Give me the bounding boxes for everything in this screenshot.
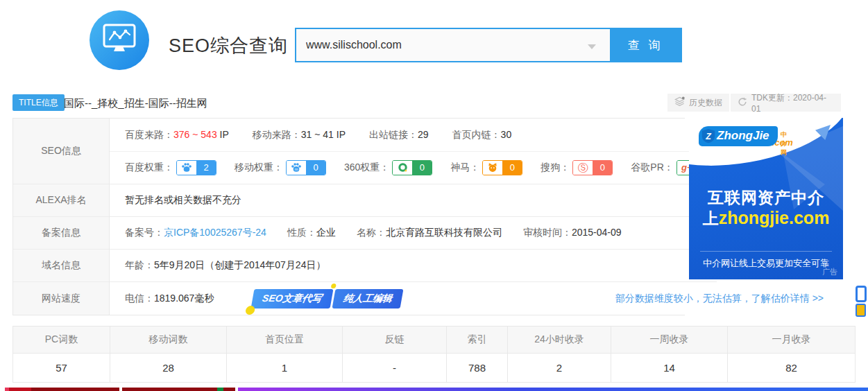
row-label-beian: 备案信息 [13, 216, 110, 249]
beian-number-link[interactable]: 京ICP备10025267号-24 [164, 227, 266, 238]
ad-headline: 互联网资产中介 [689, 187, 843, 209]
360-ring-icon [393, 161, 412, 175]
beian-review-date: 审核时间：2015-04-09 [523, 227, 622, 239]
mobile-weight: 移动权重： m 0 [235, 160, 326, 175]
stats-header-week-included: 一周收录 [611, 327, 727, 354]
yellow-dot-decoration [331, 284, 337, 288]
baidu-paw-icon [177, 161, 196, 175]
baidu-traffic-value: 376 ~ 543 [173, 129, 217, 140]
beian-nature: 性质：企业 [287, 227, 336, 239]
shenma-weight: 神马： 0 [450, 160, 522, 175]
stats-header-backlinks: 反链 [342, 327, 446, 354]
zhongjie-logo-text: ZhongJie [717, 129, 769, 142]
ad-divider [700, 251, 832, 252]
floating-widget-yellow-glyph [856, 304, 866, 317]
stats-value-pc-words[interactable]: 57 [13, 354, 110, 382]
monitor-chart-icon [103, 24, 136, 57]
chevron-down-icon[interactable] [588, 44, 596, 49]
stats-header-homepage-position: 首页位置 [226, 327, 342, 354]
yellow-dot-decoration [245, 306, 255, 315]
search-box: 查 询 [295, 28, 682, 62]
sogou-weight-badge[interactable]: Ⓢ 0 [572, 160, 613, 175]
stats-table: PC词数 移动词数 首页位置 反链 索引 24小时收录 一周收录 一月收录 57… [12, 326, 856, 383]
floating-widget-blue-glyph [856, 286, 867, 302]
shenma-weight-value: 0 [502, 161, 522, 175]
layers-icon [674, 96, 685, 109]
shenma-cat-icon [483, 161, 502, 175]
zhongjie-logo: Z ZhongJie .com 中介网 [699, 126, 793, 148]
outbound-links: 出站链接：29 [369, 129, 429, 141]
zhongjie-ad-banner[interactable]: Z ZhongJie .com 中介网 互联网资产中介 上zhongjie.co… [689, 118, 843, 279]
360-weight: 360权重： 0 [344, 160, 432, 175]
alexa-value: 暂无排名或相关数据不充分 [125, 194, 241, 207]
site-title-text: 国际--_择校_招生-国际--招生网 [64, 97, 207, 110]
stats-header-row: PC词数 移动词数 首页位置 反链 索引 24小时收录 一周收录 一月收录 [13, 327, 855, 354]
homepage-inner-links-value: 30 [501, 129, 512, 140]
beian-content: 备案号：京ICP备10025267号-24 性质：企业 名称：北京育路互联科技有… [110, 216, 717, 249]
baidu-weight-badge[interactable]: 2 [176, 160, 216, 175]
stats-value-row: 57 28 1 - 788 2 14 82 [13, 354, 855, 382]
stats-value-month-included[interactable]: 82 [727, 354, 855, 382]
svg-text:m: m [295, 167, 298, 171]
main-section: SEO信息 百度来路：376 ~ 543 IP 移动来路：31 ~ 41 IP … [12, 118, 843, 315]
telecom-speed: 电信：1819.067毫秒 [125, 293, 214, 305]
shield-icon: Z [701, 128, 715, 147]
bottom-ad-strip-1[interactable] [5, 388, 119, 391]
bottom-ad-strip-3[interactable] [238, 388, 868, 391]
promo-badge-1[interactable]: SEO文章代写 [251, 289, 334, 309]
domain-content: 年龄：5年9月20日（创建于2014年07月24日） [110, 249, 717, 281]
traffic-row: 百度来路：376 ~ 543 IP 移动来路：31 ~ 41 IP 出站链接：2… [110, 119, 717, 151]
baidu-mobile-paw-icon: m [287, 161, 306, 175]
row-label-seo: SEO信息 [13, 119, 110, 184]
homepage-inner-links: 首页内链：30 [452, 129, 512, 141]
zhongjie-logo-cn: 中介网 [781, 130, 793, 157]
stats-value-backlinks[interactable]: - [342, 354, 446, 382]
stats-header-mobile-words: 移动词数 [110, 327, 226, 354]
stats-header-month-included: 一月收录 [727, 327, 855, 354]
row-label-speed: 网站速度 [13, 281, 110, 315]
history-data-button[interactable]: 历史数据 [667, 94, 729, 112]
seo-info-table: SEO信息 百度来路：376 ~ 543 IP 移动来路：31 ~ 41 IP … [12, 118, 685, 315]
mobile-weight-badge[interactable]: m 0 [286, 160, 326, 175]
row-label-domain: 域名信息 [13, 249, 110, 281]
shenma-weight-badge[interactable]: 0 [482, 160, 522, 175]
stats-value-week-included[interactable]: 14 [611, 354, 727, 382]
outbound-links-value: 29 [418, 129, 429, 140]
mobile-traffic: 移动来路：31 ~ 41 IP [253, 129, 346, 141]
stats-header-pc-words: PC词数 [13, 327, 110, 354]
stats-value-24h-included[interactable]: 2 [507, 354, 611, 382]
tdk-update-button[interactable]: TDK更新：2020-04-01 [731, 94, 841, 112]
floating-promo-widget[interactable] [856, 286, 868, 322]
stats-value-homepage-position[interactable]: 1 [226, 354, 342, 382]
360-weight-value: 0 [412, 161, 432, 175]
page-title: SEO综合查询 [169, 33, 288, 58]
stats-value-index[interactable]: 788 [446, 354, 507, 382]
title-info-badge: TITLE信息 [12, 94, 65, 111]
baidu-traffic: 百度来路：376 ~ 543 IP [125, 129, 229, 141]
ad-tag: 广告 [819, 266, 840, 278]
promo-badge-2[interactable]: 纯人工编辑 [332, 289, 404, 309]
estimate-detail-link[interactable]: 部分数据维度较小，无法估算，了解估价详情 >> [615, 293, 824, 305]
domain-search-input[interactable] [296, 29, 610, 61]
alexa-content: 暂无排名或相关数据不充分 [110, 184, 717, 216]
baidu-weight: 百度权重： 2 [125, 160, 216, 175]
ad-domain-line: 上zhongjie.com [689, 208, 843, 229]
beian-number: 备案号：京ICP备10025267号-24 [125, 227, 266, 239]
refresh-icon [738, 97, 747, 109]
seo-article-promo-banner[interactable]: SEO文章代写 纯人工编辑 [253, 289, 402, 309]
seo-info-content: 百度来路：376 ~ 543 IP 移动来路：31 ~ 41 IP 出站链接：2… [110, 119, 717, 184]
mobile-traffic-value: 31 ~ 41 [301, 129, 334, 140]
query-button[interactable]: 查 询 [610, 29, 681, 61]
seo-tool-logo [90, 10, 149, 70]
domain-age: 年龄：5年9月20日（创建于2014年07月24日） [125, 259, 325, 272]
stats-header-index: 索引 [446, 327, 507, 354]
sogou-s-icon: Ⓢ [573, 161, 593, 175]
stats-value-mobile-words[interactable]: 28 [110, 354, 226, 382]
bottom-ad-strip-2[interactable] [122, 388, 235, 391]
sogou-weight-value: 0 [593, 161, 612, 175]
zhongjie-logo-banner: Z ZhongJie [699, 126, 778, 146]
360-weight-badge[interactable]: 0 [392, 160, 432, 175]
row-label-alexa: ALEXA排名 [13, 184, 110, 216]
stats-header-24h-included: 24小时收录 [507, 327, 611, 354]
history-data-label: 历史数据 [689, 97, 722, 109]
